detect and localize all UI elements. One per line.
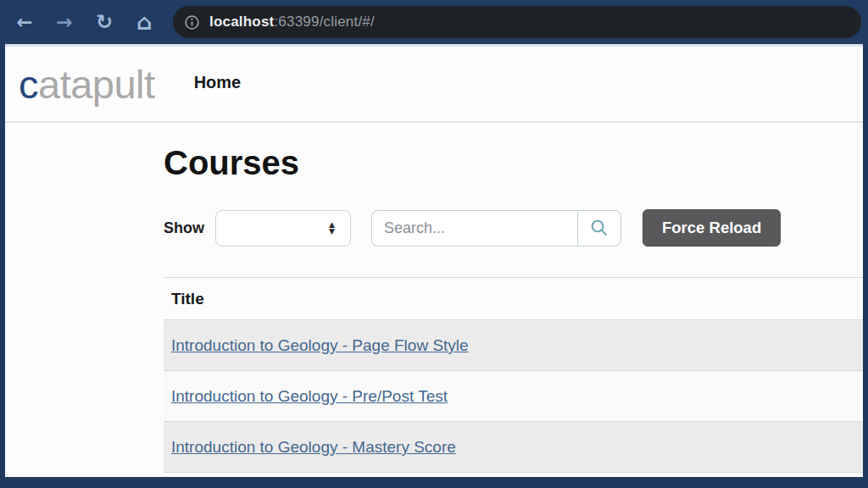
page-title: Courses	[164, 144, 863, 182]
select-caret-icon: ▲ ▼	[329, 221, 335, 235]
column-header-title[interactable]: Title	[164, 278, 863, 320]
courses-table: Title Introduction to Geology - Page Flo…	[164, 277, 863, 473]
app-window: ← → ↻ ⌂ localhost:63399/client/#/ catapu…	[0, 0, 868, 488]
search-input[interactable]	[371, 210, 577, 247]
caret-down-icon: ▼	[329, 228, 335, 235]
address-bar[interactable]: localhost:63399/client/#/	[173, 6, 861, 38]
search-button[interactable]	[577, 210, 621, 247]
course-link[interactable]: Introduction to Geology - Mastery Score	[171, 438, 456, 457]
table-row: Introduction to Geology - Pre/Post Test	[164, 371, 863, 422]
nav-home-link[interactable]: Home	[194, 73, 242, 92]
app-navbar: catapult Home	[5, 47, 863, 123]
table-controls: Show ▲ ▼	[164, 209, 863, 247]
course-link[interactable]: Introduction to Geology - Pre/Post Test	[171, 387, 448, 406]
home-icon[interactable]: ⌂	[130, 9, 159, 35]
search-icon	[589, 218, 609, 238]
table-row: Introduction to Geology - Page Flow Styl…	[164, 320, 863, 371]
force-reload-button[interactable]: Force Reload	[643, 209, 781, 247]
search-group	[371, 210, 621, 247]
show-entries-select[interactable]: ▲ ▼	[215, 210, 351, 247]
browser-toolbar: ← → ↻ ⌂ localhost:63399/client/#/	[0, 0, 868, 44]
url-host: localhost	[209, 14, 274, 30]
page-viewport: catapult Home Courses Show ▲ ▼	[5, 44, 863, 477]
back-icon[interactable]: ←	[10, 11, 39, 33]
forward-icon[interactable]: →	[50, 11, 79, 33]
url-path: :63399/client/#/	[274, 14, 375, 30]
reload-icon[interactable]: ↻	[90, 10, 119, 34]
table-row: Introduction to Geology - Mastery Score	[164, 422, 863, 473]
logo-rest: atapult	[38, 62, 155, 107]
column-header-label: Title	[171, 290, 204, 308]
logo-accent-letter: c	[19, 62, 38, 107]
show-label: Show	[164, 219, 204, 237]
main-content: Courses Show ▲ ▼	[5, 144, 863, 477]
url-text: localhost:63399/client/#/	[209, 14, 375, 30]
site-info-icon[interactable]	[184, 14, 200, 30]
course-link[interactable]: Introduction to Geology - Page Flow Styl…	[171, 336, 469, 355]
brand-logo[interactable]: catapult	[19, 64, 155, 104]
